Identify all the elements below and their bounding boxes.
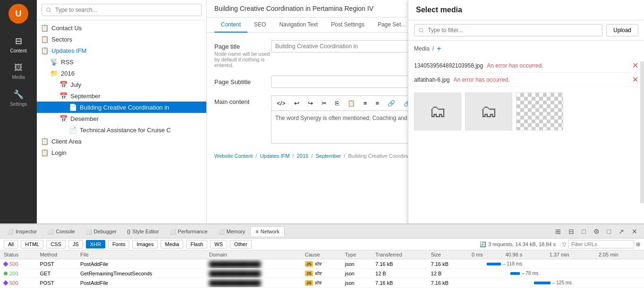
filter-all[interactable]: All	[4, 240, 18, 248]
tree-item-2016[interactable]: 📁 2016	[37, 68, 206, 79]
sidebar-item-settings[interactable]: 🔧 Settings	[0, 85, 37, 111]
editor-btn-undo[interactable]: ↩	[291, 98, 303, 109]
close-error-1[interactable]: ✕	[632, 61, 638, 70]
media-scrollbar[interactable]	[640, 61, 644, 203]
sidebar-item-media[interactable]: 🖼 Media	[0, 58, 37, 85]
filter-css[interactable]: CSS	[46, 240, 66, 248]
network-row-3[interactable]: 500 POST PostAddFile ██████████████ JSxh…	[0, 278, 644, 288]
filter-other[interactable]: Other	[230, 240, 252, 248]
breadcrumb-september[interactable]: September	[315, 153, 341, 159]
filter-xhr[interactable]: XHR	[86, 240, 105, 248]
col-timeline-2: 1.37 min	[545, 250, 594, 259]
filter-url-area: ▽ ⊞	[562, 240, 640, 248]
media-thumb-folder-2[interactable]: 🗂	[465, 93, 512, 130]
devtools-btn-split-vertical[interactable]: ⊟	[566, 227, 577, 236]
filter-ws[interactable]: WS	[210, 240, 227, 248]
july-icon: 📅	[59, 81, 68, 88]
network-row-2[interactable]: 200 GET GetRemainingTimeoutSeconds █████…	[0, 269, 644, 278]
media-thumb-image-1[interactable]	[516, 93, 563, 130]
tree-item-login[interactable]: 📋 Login	[37, 147, 206, 158]
tree-item-july[interactable]: 📅 July	[37, 79, 206, 90]
error-text-2: An error has occurred.	[453, 77, 509, 83]
search-bar	[37, 0, 206, 20]
devtools-btn-undock[interactable]: □	[579, 227, 588, 236]
col-transferred[interactable]: Transferred	[372, 250, 427, 259]
console-tab-label: Console	[56, 229, 75, 234]
filter-fonts[interactable]: Fonts	[108, 240, 130, 248]
devtools-tab-performance[interactable]: ⬜ Performance	[164, 226, 213, 237]
col-type[interactable]: Type	[341, 250, 372, 259]
col-cause[interactable]: Cause	[301, 250, 341, 259]
filter-url-input[interactable]	[568, 240, 634, 248]
column-settings-icon[interactable]: ⊞	[636, 241, 640, 248]
tab-post-settings[interactable]: Post Settings	[324, 17, 371, 33]
tab-navigation-text[interactable]: Navigation Text	[272, 17, 324, 33]
settings-icon: 🔧	[13, 89, 24, 100]
devtools-btn-responsive[interactable]: □	[604, 227, 614, 236]
devtools-btn-close[interactable]: ✕	[629, 227, 640, 236]
tree-item-building-creative[interactable]: 📄 Building Creative Coordination in	[37, 102, 206, 113]
network-row-1[interactable]: 500 POST PostAddFile ██████████████ JSxh…	[0, 259, 644, 269]
editor-btn-link[interactable]: 🔗	[384, 98, 398, 109]
sidebar-item-label: Media	[12, 75, 25, 80]
filter-media[interactable]: Media	[161, 240, 183, 248]
editor-btn-copy[interactable]: ⎘	[332, 98, 342, 109]
devtools-tab-inspector[interactable]: ⬜ Inspector	[2, 226, 42, 237]
folder-icon-2: 🗂	[480, 102, 497, 121]
media-icon: 🖼	[14, 63, 23, 73]
tree-item-sectors[interactable]: 📋 Sectors	[37, 34, 206, 45]
devtools-tab-memory[interactable]: ⬜ Memory	[213, 226, 251, 237]
editor-btn-code[interactable]: </>	[273, 98, 289, 109]
col-timeline-1: 40.96 s	[501, 250, 545, 259]
filter-images[interactable]: Images	[132, 240, 158, 248]
tree-item-updates-ifm[interactable]: 📋 Updates IFM	[37, 45, 206, 56]
editor-btn-align-left[interactable]: ≡	[360, 98, 371, 109]
tree-item-contact-us[interactable]: 📋 Contact Us	[37, 22, 206, 34]
col-size[interactable]: Size	[427, 250, 468, 259]
devtools-tab-debugger[interactable]: ⬜ Debugger	[80, 226, 122, 237]
media-add-folder[interactable]: +	[437, 44, 441, 53]
media-thumb-folder-1[interactable]: 🗂	[414, 93, 461, 130]
tab-page-settings[interactable]: Page Set...	[371, 17, 412, 33]
breadcrumb-website-content[interactable]: Website Content	[214, 153, 253, 159]
filter-url-icon: ▽	[562, 241, 566, 248]
breadcrumb-2016[interactable]: 2016	[297, 153, 308, 159]
memory-tab-icon: ⬜	[218, 229, 225, 235]
col-domain[interactable]: Domain	[205, 250, 301, 259]
col-method[interactable]: Method	[36, 250, 76, 259]
memory-tab-label: Memory	[227, 229, 246, 234]
media-filter-input[interactable]	[414, 24, 602, 36]
filter-html[interactable]: HTML	[21, 240, 43, 248]
upload-button[interactable]: Upload	[606, 24, 638, 36]
sectors-icon: 📋	[41, 35, 49, 43]
tree-item-technical-assistance[interactable]: 📄 Technical Assistance for Cruise C	[37, 124, 206, 136]
filter-flash[interactable]: Flash	[186, 240, 207, 248]
editor-btn-redo[interactable]: ↪	[305, 98, 316, 109]
devtools-btn-fullscreen[interactable]: ↗	[616, 227, 627, 236]
inspector-tab-label: Inspector	[16, 229, 37, 234]
tab-seo[interactable]: SEO	[247, 17, 272, 33]
close-error-2[interactable]: ✕	[632, 75, 638, 84]
app-logo[interactable]: U	[8, 4, 28, 24]
media-error-item-2: alfatihah-6.jpg An error has occurred. ✕	[414, 73, 638, 87]
breadcrumb-updates-ifm[interactable]: Updates IFM	[260, 153, 289, 159]
tree-item-client-area[interactable]: 📋 Client Area	[37, 136, 206, 147]
devtools-btn-split-horizontal[interactable]: ⊞	[552, 227, 564, 236]
tree-item-desember[interactable]: 📅 Desember	[37, 113, 206, 124]
filter-js[interactable]: JS	[68, 240, 83, 248]
tree-item-september[interactable]: 📅 September	[37, 90, 206, 102]
tree-item-rss[interactable]: 📡 RSS	[37, 56, 206, 68]
search-input[interactable]	[42, 4, 202, 16]
editor-btn-paste[interactable]: 📋	[344, 98, 358, 109]
col-status[interactable]: Status	[0, 250, 36, 259]
sidebar-item-content[interactable]: ⊟ Content	[0, 31, 37, 58]
devtools-toolbar: ⊞ ⊟ □ ⚙ □ ↗ ✕	[552, 227, 642, 236]
devtools-tab-network[interactable]: ≡ Network	[250, 226, 285, 236]
tab-content[interactable]: Content	[214, 17, 247, 33]
editor-btn-align-center[interactable]: ≡	[372, 98, 382, 109]
devtools-tab-console[interactable]: ⬜ Console	[42, 226, 80, 237]
col-file[interactable]: File	[76, 250, 205, 259]
devtools-tab-style-editor[interactable]: {} Style Editor	[122, 226, 164, 236]
devtools-btn-settings[interactable]: ⚙	[591, 227, 602, 236]
editor-btn-cut[interactable]: ✂	[318, 98, 330, 109]
